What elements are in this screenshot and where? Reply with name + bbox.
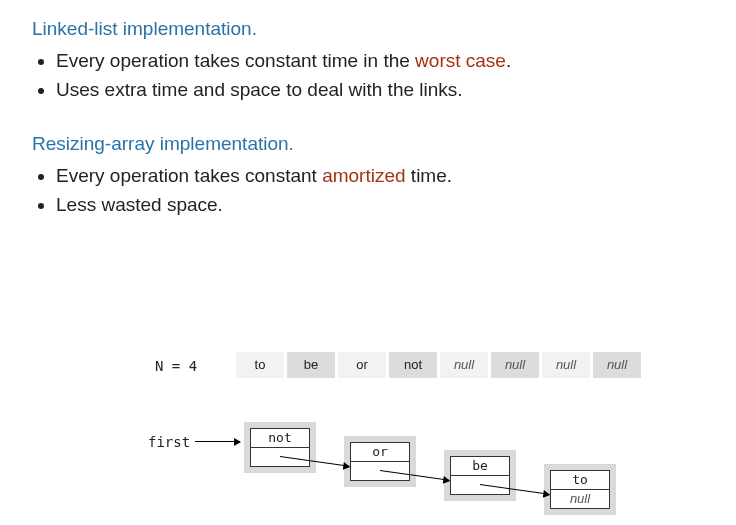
ra-bullet-2: Less wasted space. [56,190,704,219]
array-cell: to [236,352,287,378]
array-cell-null: null [593,352,644,378]
array-cell-null: null [440,352,491,378]
slide-page: Linked-list implementation. Every operat… [0,0,736,525]
ra-b1-pre: Every operation takes constant [56,165,322,186]
bullets-linked-list: Every operation takes constant time in t… [56,46,704,105]
heading-resizing-array: Resizing-array implementation. [32,133,704,155]
ll-bullet-2: Uses extra time and space to deal with t… [56,75,704,104]
list-node: to null [544,464,616,515]
array-cell: or [338,352,389,378]
array-cell: not [389,352,440,378]
array-cell-null: null [542,352,593,378]
amortized-text: amortized [322,165,405,186]
bullets-resizing-array: Every operation takes constant amortized… [56,161,704,220]
node-value: to [550,470,610,489]
list-node: be [444,450,516,501]
list-node: or [344,436,416,487]
ll-bullet-1: Every operation takes constant time in t… [56,46,704,75]
heading-linked-list: Linked-list implementation. [32,18,704,40]
first-label: first [148,434,190,450]
array-row: to be or not null null null null [236,352,644,378]
node-value: or [350,442,410,461]
node-value: be [450,456,510,475]
diagram: N = 4 to be or not null null null null f… [120,352,720,512]
node-next: null [550,489,610,509]
worst-case-text: worst case [415,50,506,71]
array-cell-null: null [491,352,542,378]
arrow-icon [195,441,240,442]
ll-b1-post: . [506,50,511,71]
ll-b1-pre: Every operation takes constant time in t… [56,50,415,71]
ra-bullet-1: Every operation takes constant amortized… [56,161,704,190]
list-node: not [244,422,316,473]
array-cell: be [287,352,338,378]
ra-b1-post: time. [406,165,452,186]
n-label: N = 4 [155,358,197,374]
node-value: not [250,428,310,447]
